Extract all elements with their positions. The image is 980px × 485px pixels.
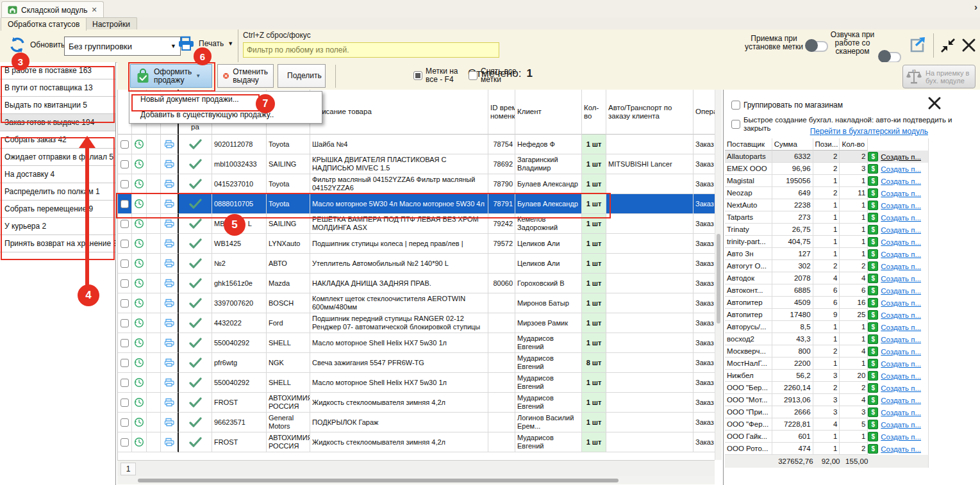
- supplier-row[interactable]: Neozap 649 2 11 $ Создать п...: [725, 187, 929, 199]
- print-button[interactable]: Печать ▼: [178, 36, 233, 51]
- tab-settings[interactable]: Настройки: [85, 17, 137, 30]
- sidebar-status-item[interactable]: Собрать перемещение 9: [0, 201, 115, 218]
- header-supplier[interactable]: Поставщик: [725, 138, 772, 151]
- create-payment-link[interactable]: Создать п...: [881, 273, 921, 284]
- accept-on-label-toggle[interactable]: [806, 41, 828, 52]
- sidebar-status-item[interactable]: Заказ готов к выдаче 194: [0, 114, 115, 131]
- menu-item-add-to-existing-sale[interactable]: Добавить в существующую продажу..: [129, 107, 322, 122]
- grouping-dropdown[interactable]: Без группировки ▼: [64, 37, 181, 56]
- header-positions[interactable]: Пози...: [813, 138, 840, 151]
- row-checkbox[interactable]: [120, 339, 129, 347]
- row-checkbox[interactable]: [120, 418, 129, 427]
- close-window-button[interactable]: [961, 38, 976, 53]
- uncheck-all-checkbox[interactable]: Снять все метки: [469, 67, 517, 84]
- header-description-col[interactable]: Описание товара: [310, 90, 488, 135]
- supplier-row[interactable]: EMEX ООО 96,96 2 3 $ Создать п...: [725, 163, 929, 175]
- order-row[interactable]: FROST АВТОХИМИЯ РОССИЯ Жидкость стеклоом…: [118, 393, 715, 413]
- supplier-row[interactable]: ООО "Мот... 2913,06 3 4 $ Создать п...: [725, 394, 929, 406]
- create-payment-link[interactable]: Создать п...: [881, 334, 921, 345]
- create-payment-link[interactable]: Создать п...: [881, 346, 921, 358]
- create-payment-link[interactable]: Создать п...: [881, 212, 921, 224]
- export-button[interactable]: [908, 36, 927, 54]
- row-checkbox[interactable]: [120, 379, 129, 387]
- order-row[interactable]: 96623571 General Motors ПОДКРЫЛОК Гараж …: [118, 413, 715, 432]
- group-by-store-checkbox[interactable]: Группировать по магазинам: [731, 101, 843, 110]
- row-checkbox[interactable]: [120, 279, 129, 288]
- supplier-row[interactable]: Нижбел 56,2 3 20 $ Создать п...: [725, 370, 929, 382]
- supplier-row[interactable]: Magistal 195056 1 1 $ Создать п...: [725, 175, 929, 187]
- refresh-button[interactable]: Обновить: [8, 36, 65, 54]
- sidebar-status-item[interactable]: Собрать заказ 42: [0, 131, 115, 149]
- supplier-row[interactable]: Москверч... 800 2 4 $ Создать п...: [725, 345, 929, 358]
- sidebar-status-item[interactable]: На доставку 4: [0, 166, 115, 183]
- supplier-row[interactable]: МостНалГ... 2200 1 1 $ Создать п...: [725, 358, 929, 370]
- supplier-row[interactable]: Автопитер 17480 9 25 $ Создать п...: [725, 309, 929, 321]
- accept-in-accounting-button[interactable]: $ На приемку в бух. модуле: [902, 65, 976, 88]
- create-payment-link[interactable]: Создать п...: [881, 370, 921, 382]
- close-panel-button[interactable]: [927, 96, 942, 110]
- goto-accounting-link[interactable]: Перейти в бухгалтерский модуль: [810, 127, 928, 136]
- tab-close-icon[interactable]: ✕: [91, 6, 97, 14]
- order-row[interactable]: 550040292 SHELL Масло моторное Shell Hel…: [118, 373, 715, 393]
- sidebar-status-item[interactable]: Выдать по квитанции 5: [0, 97, 115, 114]
- supplier-row[interactable]: ООО "При... 2666 3 3 $ Создать п...: [725, 406, 929, 418]
- supplier-row[interactable]: Автогут О... 302 2 2 $ Создать п...: [725, 260, 929, 272]
- create-payment-link[interactable]: Создать п...: [881, 395, 921, 406]
- supplier-row[interactable]: ООО Гайк... 601 1 1 $ Создать п...: [725, 431, 929, 443]
- tab-overflow-chevron-icon[interactable]: ›: [974, 1, 977, 12]
- row-checkbox[interactable]: [120, 319, 129, 327]
- sidebar-status-item[interactable]: В пути от поставщика 13: [0, 79, 115, 97]
- order-row[interactable]: MB1L SAILING РЕШЁТКА БАМПЕРА ПОД ПТФ ЛЕВ…: [118, 214, 715, 234]
- order-row[interactable]: 4432022 Ford Подшипник передний ступицы …: [118, 313, 715, 333]
- create-payment-link[interactable]: Создать п...: [881, 224, 921, 236]
- sidebar-status-item[interactable]: У курьера 2: [0, 218, 115, 235]
- tab-status-processing[interactable]: Обработка статусов: [1, 17, 87, 31]
- order-row[interactable]: №2 АВТО Утеплитель Автомобильный №2 140*…: [118, 254, 715, 274]
- cancel-issue-button[interactable]: Отменить выдачу: [217, 64, 274, 88]
- order-row[interactable]: 3397007620 BOSCH Комплект щеток стеклооч…: [118, 293, 715, 313]
- supplier-row[interactable]: Автодок 2078 4 4 $ Создать п...: [725, 272, 929, 284]
- v-scroll-thumb[interactable]: [717, 234, 720, 324]
- tab-warehouse-module[interactable]: Складской модуль ✕: [1, 1, 104, 18]
- supplier-row[interactable]: Автопитер 4509 6 16 $ Создать п...: [725, 297, 929, 309]
- create-payment-link[interactable]: Создать п...: [881, 322, 921, 333]
- create-payment-link[interactable]: Создать п...: [881, 151, 921, 163]
- row-checkbox[interactable]: [120, 438, 129, 447]
- create-payment-link[interactable]: Создать п...: [881, 163, 921, 175]
- create-payment-link[interactable]: Создать п...: [881, 236, 921, 248]
- create-payment-link[interactable]: Создать п...: [881, 249, 921, 260]
- header-client-col[interactable]: Клиент: [515, 90, 582, 135]
- create-payment-link[interactable]: Создать п...: [881, 382, 921, 394]
- h-scroll-thumb[interactable]: [138, 479, 619, 482]
- header-transport-col[interactable]: Авто/Транспорт по заказу клиента: [606, 90, 693, 135]
- order-row[interactable]: 0415237010 Toyota Фильтр масляный 04152Y…: [118, 174, 715, 194]
- split-button[interactable]: Поделить: [278, 64, 326, 88]
- sidebar-status-item[interactable]: Принять возврат на хранение 37: [0, 235, 115, 252]
- horizontal-scrollbar[interactable]: [117, 476, 715, 484]
- create-payment-link[interactable]: Создать п...: [881, 200, 921, 211]
- order-row[interactable]: pfr6wtg NGK Свеча зажигания 5547 PFR6W-T…: [118, 353, 715, 373]
- row-checkbox[interactable]: [120, 220, 129, 228]
- create-payment-link[interactable]: Создать п...: [881, 285, 921, 297]
- row-checkbox[interactable]: [120, 240, 129, 248]
- create-payment-link[interactable]: Создать п...: [881, 261, 921, 272]
- row-checkbox[interactable]: [120, 140, 129, 149]
- menu-item-new-sale-document[interactable]: Новый документ продажи...: [129, 92, 322, 107]
- create-payment-link[interactable]: Создать п...: [881, 443, 921, 455]
- row-checkbox[interactable]: [120, 180, 129, 188]
- row-checkbox[interactable]: [120, 200, 129, 208]
- supplier-row[interactable]: Авторусь/... 8,5 1 1 $ Создать п...: [725, 321, 929, 333]
- order-row[interactable]: WB1425 LYNXauto Подшипник ступицы колеса…: [118, 234, 715, 254]
- vertical-scrollbar[interactable]: [715, 90, 722, 460]
- order-row[interactable]: mbl10032433 SAILING КРЫШКА ДВИГАТЕЛЯ ПЛА…: [118, 154, 715, 174]
- supplier-row[interactable]: Авто Зн 127 1 1 $ Создать п...: [725, 248, 929, 260]
- row-checkbox[interactable]: [120, 399, 129, 407]
- sidebar-status-item[interactable]: Ожидает отправки в филиал 5: [0, 149, 115, 166]
- create-payment-link[interactable]: Создать п...: [881, 188, 921, 199]
- header-sum[interactable]: Сумма: [772, 138, 813, 151]
- order-row[interactable]: 9020112078 Toyota Шайба №4 78754 Нефедов…: [118, 135, 715, 154]
- create-payment-link[interactable]: Создать п...: [881, 176, 921, 187]
- supplier-row[interactable]: ООО Рото... 474 1 2 $ Создать п...: [725, 443, 929, 455]
- supplier-row[interactable]: Автоконт... 6885 6 6 $ Создать п...: [725, 284, 929, 297]
- scanner-sound-toggle[interactable]: [879, 52, 901, 63]
